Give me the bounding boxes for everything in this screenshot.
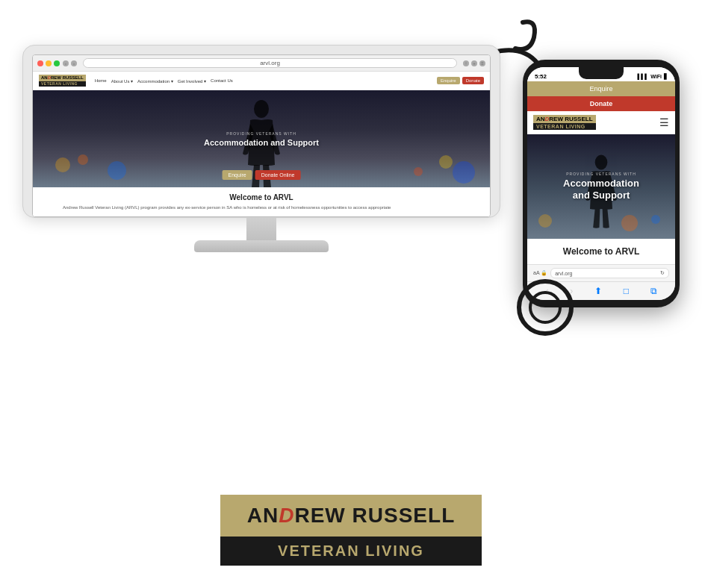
forward-icon[interactable]: › [71,60,77,66]
nav-get-involved[interactable]: Get Involved ▾ [178,78,206,84]
bottom-logo-bottom-section: VETERAN LIVING [220,537,482,566]
bokeh-circle [414,167,423,176]
phone-donate-bar[interactable]: Donate [527,96,675,111]
maximize-button[interactable] [54,60,60,66]
share-icon[interactable]: ↑ [463,60,469,66]
phone-logo: ANDREW RUSSELL VETERAN LIVING [533,115,596,130]
browser-bar: ‹ › arvl.org ↑ + ≡ [33,55,490,72]
phone-time: 5:52 [535,73,547,80]
close-button[interactable] [37,60,43,66]
bottom-logo: ANDREW RUSSELL VETERAN LIVING [220,495,482,566]
hero-title: Accommodation and Support [204,138,319,147]
phone-logo-bottom: VETERAN LIVING [533,123,596,130]
bokeh-circle [439,155,453,169]
site-navigation: ANDREW RUSSELL VETERAN LIVING Home About… [33,72,490,90]
battery-icon: ▋ [664,74,668,80]
logo-top: ANDREW RUSSELL [39,75,86,81]
monitor-frame: ‹ › arvl.org ↑ + ≡ ANDREW RUSSELL VETERA… [22,45,500,218]
reload-icon[interactable]: ↻ [660,270,665,276]
add-tab-icon[interactable]: + [471,60,477,66]
bottom-logo-bottom-text: VETERAN LIVING [235,542,467,560]
phone-share-icon[interactable]: ⬆ [594,286,602,296]
hero-section: PROVIDING VETERANS WITH Accommodation an… [33,90,490,187]
monitor-base [194,240,329,252]
phone-hero-section: PROVIDING VETERANS WITH Accommodationand… [527,134,675,239]
bottom-logo-top-section: ANDREW RUSSELL [220,495,482,537]
phone-hero-subtitle: PROVIDING VETERANS WITH [563,172,639,176]
svg-point-0 [254,100,269,118]
signal-icon: ▌▌▌ [637,74,648,79]
traffic-lights [37,60,60,66]
welcome-title: Welcome to ARVL [63,193,460,201]
phone-status-icons: ▌▌▌ WiFi ▋ [637,74,668,80]
wifi-icon: WiFi [650,74,662,79]
cable-decoration [508,270,583,345]
hero-text: PROVIDING VETERANS WITH Accommodation an… [204,131,319,147]
sidebar-icon[interactable]: ≡ [479,60,485,66]
svg-point-2 [519,281,571,334]
hero-subtitle: PROVIDING VETERANS WITH [204,131,319,136]
phone-hero-text: PROVIDING VETERANS WITH Accommodationand… [552,172,650,201]
phone-hero-title: Accommodationand Support [563,178,639,201]
desktop-monitor: ‹ › arvl.org ↑ + ≡ ANDREW RUSSELL VETERA… [22,45,500,252]
monitor-stand [22,218,500,252]
phone-welcome-title: Welcome to ARVL [535,246,668,257]
phone-tabs-icon[interactable]: ⧉ [650,286,657,296]
bokeh-circle [538,214,552,228]
logo-bottom: VETERAN LIVING [39,81,86,87]
phone-logo-bar: ANDREW RUSSELL VETERAN LIVING ☰ [527,111,675,134]
hero-buttons: Enquire Donate Online [223,170,301,180]
phone-bookmarks-icon[interactable]: □ [624,286,629,296]
hamburger-menu-icon[interactable]: ☰ [659,116,669,128]
browser-nav-icons: ‹ › [63,60,77,66]
bokeh-circle [621,215,638,231]
phone-welcome-section: Welcome to ARVL [527,239,675,264]
svg-point-3 [530,293,560,322]
svg-point-1 [595,155,608,170]
minimize-button[interactable] [46,60,52,66]
nav-about[interactable]: About Us ▾ [111,78,133,84]
mobile-phone: 5:52 ▌▌▌ WiFi ▋ Enquire Donate ANDREW RU… [523,60,680,307]
monitor-screen: ‹ › arvl.org ↑ + ≡ ANDREW RUSSELL VETERA… [32,54,491,217]
browser-action-icons: ↑ + ≡ [463,60,485,66]
nav-home[interactable]: Home [95,78,107,84]
phone-notch [579,67,624,79]
welcome-section: Welcome to ARVL Andrew Russell Veteran L… [33,187,490,216]
browser-url-bar[interactable]: arvl.org [83,58,457,68]
welcome-text: Andrew Russell Veteran Living (ARVL) pro… [63,204,460,210]
bokeh-circle [651,215,660,224]
monitor-neck [246,218,276,240]
nav-accommodation[interactable]: Accommodation ▾ [137,78,173,84]
bokeh-circle [453,161,475,184]
bokeh-circle [108,161,126,180]
bokeh-circle [78,154,88,165]
bottom-logo-text: ANDREW RUSSELL [235,504,467,528]
hero-enquire-button[interactable]: Enquire [223,170,252,180]
bokeh-circle [55,157,70,172]
site-logo: ANDREW RUSSELL VETERAN LIVING [39,75,86,87]
back-icon[interactable]: ‹ [63,60,69,66]
phone-logo-top: ANDREW RUSSELL [533,115,596,123]
phone-enquire-bar[interactable]: Enquire [527,81,675,96]
nav-links: Home About Us ▾ Accommodation ▾ Get Invo… [95,78,432,84]
hero-donate-button[interactable]: Donate Online [255,170,301,180]
nav-enquire-button[interactable]: Enquire [437,77,460,84]
phone-screen: 5:52 ▌▌▌ WiFi ▋ Enquire Donate ANDREW RU… [527,67,675,300]
nav-buttons: Enquire Donate [437,77,484,84]
nav-donate-button[interactable]: Donate [462,77,484,84]
nav-contact[interactable]: Contact Us [211,78,233,84]
